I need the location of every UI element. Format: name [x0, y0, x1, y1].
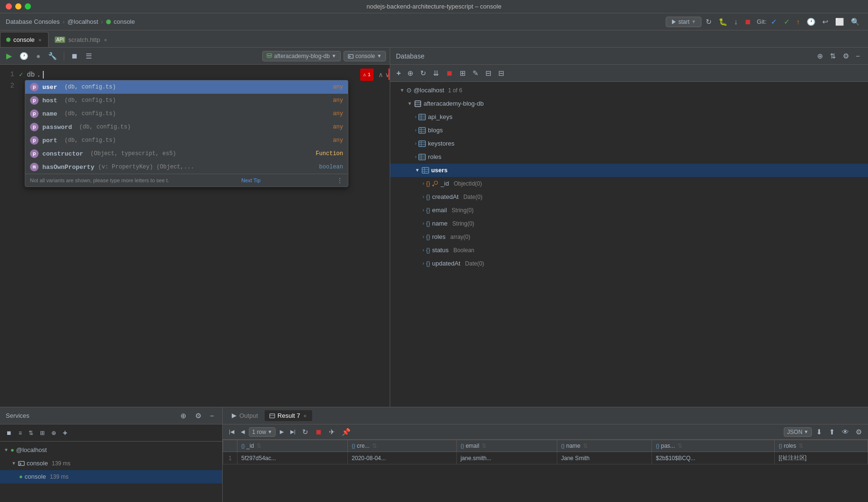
email-chevron-icon[interactable]: ›: [423, 205, 424, 216]
result-tab[interactable]: Result 7 ×: [265, 410, 312, 421]
json-selector[interactable]: JSON ▼: [784, 427, 812, 437]
services-expand-button[interactable]: ⊕: [178, 411, 189, 421]
tree-item-createdat[interactable]: › {} createdAt Date(0): [390, 190, 868, 204]
ac-item-user[interactable]: p user (db, config.ts) any: [25, 80, 348, 94]
result-preview-button[interactable]: 👁: [839, 427, 851, 437]
stop-button[interactable]: ⏹: [742, 17, 754, 27]
db-chevron-icon[interactable]: ▼: [407, 98, 412, 109]
db-edit-button[interactable]: ✎: [470, 68, 481, 79]
th-roles[interactable]: {} roles ⇅: [775, 440, 868, 452]
db-filter-button[interactable]: ⊟: [496, 68, 507, 79]
db-refresh-button[interactable]: ↻: [418, 68, 429, 79]
ac-item-port[interactable]: p port (db, config.ts) any: [25, 134, 348, 147]
git-commit-button[interactable]: ✓: [781, 17, 792, 27]
tree-item-db[interactable]: ▼ afteracademy-blog-db: [390, 97, 868, 110]
tab-console[interactable]: console ×: [0, 32, 49, 47]
db-add-button[interactable]: +: [394, 68, 403, 79]
editor-content[interactable]: 1 2 ✓ db. ⚠ 1 ∧ ∨: [0, 65, 390, 407]
services-add-button[interactable]: ⊕: [49, 429, 59, 437]
services-tree-localhost[interactable]: ▼ ● @localhost: [0, 443, 222, 457]
debug-button[interactable]: 🐛: [716, 17, 730, 27]
rerun-button[interactable]: ↻: [703, 17, 714, 27]
roles-chevron-icon[interactable]: ›: [415, 152, 416, 162]
services-stop-button[interactable]: ⏹: [4, 429, 14, 437]
th-pas-sort-icon[interactable]: ⇅: [678, 443, 682, 449]
th-name-sort-icon[interactable]: ⇅: [583, 443, 588, 449]
db-expand-button[interactable]: ⊕: [815, 51, 826, 61]
services-align-button[interactable]: ≡: [16, 429, 24, 437]
tree-item-blogs[interactable]: › blogs: [390, 124, 868, 137]
services-group-button[interactable]: ⊞: [38, 429, 47, 437]
tree-item-localhost[interactable]: ▼ ⊙ @localhost 1 of 6: [390, 84, 868, 97]
result-refresh-button[interactable]: ↻: [300, 427, 311, 437]
tree-item-email[interactable]: › {} email String(0): [390, 204, 868, 217]
roles-field-chevron-icon[interactable]: ›: [423, 232, 424, 242]
git-push-button[interactable]: ↑: [794, 17, 803, 27]
svc-localhost-chevron-icon[interactable]: ▼: [4, 445, 9, 455]
ac-item-name[interactable]: p name (db, config.ts) any: [25, 107, 348, 120]
db-selector[interactable]: afteracademy-blog-db ▼: [262, 51, 341, 61]
stop-exec-button[interactable]: ⏹: [69, 51, 80, 61]
updatedat-chevron-icon[interactable]: ›: [423, 258, 424, 269]
tree-item-keystores[interactable]: › keystores: [390, 137, 868, 150]
th-email[interactable]: {} email ⇅: [456, 440, 557, 452]
tree-item-roles-field[interactable]: › {} roles array(0): [390, 230, 868, 244]
th-pas[interactable]: {} pas... ⇅: [652, 440, 775, 452]
api-keys-chevron-icon[interactable]: ›: [415, 112, 416, 122]
th-id-sort-icon[interactable]: ⇅: [256, 443, 261, 449]
db-minimize-button[interactable]: −: [853, 51, 862, 61]
th-cre[interactable]: {} cre... ⇅: [348, 440, 457, 452]
th-cre-sort-icon[interactable]: ⇅: [372, 443, 377, 449]
scratch-tab-close[interactable]: ×: [103, 37, 108, 43]
services-plus-button[interactable]: +: [60, 428, 69, 438]
result-tab-close[interactable]: ×: [303, 413, 307, 419]
db-export-button[interactable]: ⊟: [483, 68, 494, 79]
breadcrumb-localhost[interactable]: @localhost: [68, 18, 99, 25]
th-roles-sort-icon[interactable]: ⇅: [799, 443, 803, 449]
services-tree-console-child[interactable]: ● console 139 ms: [0, 470, 222, 483]
result-upload-button[interactable]: ⬆: [827, 427, 838, 437]
result-prev-button[interactable]: ◀: [238, 428, 247, 436]
tab-scratch[interactable]: API scratch.http ×: [49, 32, 114, 47]
result-pin-button[interactable]: 📌: [339, 427, 353, 437]
name-field-chevron-icon[interactable]: ›: [423, 218, 424, 229]
db-stop2-button[interactable]: ⏹: [444, 68, 455, 78]
tree-item-status[interactable]: › {} status Boolean: [390, 244, 868, 257]
blogs-chevron-icon[interactable]: ›: [415, 125, 416, 136]
git-history-button[interactable]: 🕐: [804, 17, 818, 27]
start-button[interactable]: start ▼: [666, 17, 701, 27]
config-button[interactable]: 🔧: [46, 51, 59, 61]
db-settings2-button[interactable]: ⇅: [828, 51, 838, 61]
run-query-button[interactable]: ▶: [4, 50, 14, 61]
ac-item-constructor[interactable]: p constructor (Object, typescript, es5) …: [25, 147, 348, 160]
stop-query-button[interactable]: ●: [34, 51, 43, 61]
ac-item-password[interactable]: p password (db, config.ts) any: [25, 120, 348, 134]
keystores-chevron-icon[interactable]: ›: [415, 138, 416, 149]
table-view-button[interactable]: ☰: [83, 51, 94, 61]
createdat-chevron-icon[interactable]: ›: [423, 192, 424, 202]
history-button[interactable]: 🕐: [17, 51, 31, 61]
services-minimize-button[interactable]: −: [207, 411, 217, 421]
tree-item-roles[interactable]: › roles: [390, 150, 868, 164]
result-stop-button[interactable]: ⏹: [313, 427, 325, 437]
table-row[interactable]: 1 5f297d54ac... 2020-08-04... jane.smith…: [223, 452, 868, 464]
search-button[interactable]: 🔍: [848, 17, 862, 27]
db-copy2-button[interactable]: ⊕: [405, 68, 416, 79]
ac-item-hasown[interactable]: m hasOwnProperty (v: PropertyKey) (Objec…: [25, 160, 348, 174]
step-over-button[interactable]: ↓: [732, 17, 740, 27]
localhost-chevron-icon[interactable]: ▼: [400, 85, 404, 96]
row-selector[interactable]: 1 row ▼: [249, 427, 276, 437]
ac-item-host[interactable]: p host (db, config.ts) any: [25, 94, 348, 107]
th-id[interactable]: {} _id ⇅: [237, 440, 348, 452]
id-chevron-icon[interactable]: ›: [423, 178, 424, 189]
users-chevron-icon[interactable]: ▼: [415, 165, 420, 176]
output-tab[interactable]: Output: [227, 410, 263, 421]
services-settings-button[interactable]: ⚙: [193, 411, 204, 421]
ac-up-arrow[interactable]: ∧: [378, 71, 383, 79]
minimize-button[interactable]: [15, 3, 21, 10]
result-first-button[interactable]: |◀: [227, 428, 237, 436]
tree-item-users[interactable]: ▼ users: [390, 164, 868, 177]
services-tree-console-parent[interactable]: ▼ console 139 ms: [0, 457, 222, 470]
maximize-button[interactable]: [25, 3, 31, 10]
th-email-sort-icon[interactable]: ⇅: [482, 443, 486, 449]
